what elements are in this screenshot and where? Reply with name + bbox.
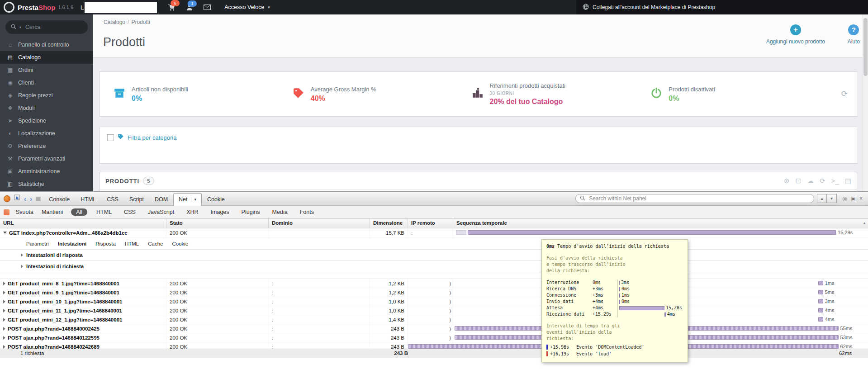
clear-button[interactable]: Svuota [16,209,33,215]
add-icon[interactable]: ⊕ [784,177,790,185]
twisty-icon[interactable] [3,345,5,349]
net-filter-media[interactable]: Media [269,208,291,216]
sidebar-item-price-rules[interactable]: ◈Regole prezzi [0,89,93,102]
forward-icon[interactable]: › [30,195,32,202]
inspect-icon[interactable] [14,194,20,203]
sidebar-search[interactable]: ▾ [5,20,88,34]
sidebar-item-catalog[interactable]: ▤Catalogo [0,51,93,64]
sidebar-item-stats[interactable]: ◧Statistiche [0,178,93,190]
twisty-icon[interactable] [3,232,7,234]
sidebar-item-administration[interactable]: ▣Amministrazione [0,165,93,178]
detail-section[interactable]: Intestazioni di richiesta [0,260,868,272]
twisty-icon[interactable] [3,282,5,285]
net-filter-plugins[interactable]: Plugins [238,208,263,216]
net-request-row[interactable]: GET product_mini_11_1.jpg?time=146884000… [0,306,868,315]
sidebar-search-input[interactable] [24,24,75,31]
help-button[interactable]: ? Aiuto [848,24,860,45]
sidebar-item-shipping[interactable]: ➤Spedizione [0,114,93,127]
net-filter-xhr[interactable]: XHR [183,208,201,216]
net-request-row[interactable]: GET product_mini_8_1.jpg?time=1468840001… [0,279,868,288]
grid-icon[interactable]: ▤ [845,177,851,185]
twisty-icon[interactable] [3,309,5,312]
firebug-tab-script[interactable]: Script [124,193,149,205]
cart-icon[interactable]: 6 [168,4,175,11]
scroll-up-icon[interactable]: ▲ [863,221,866,225]
marketplace-link[interactable]: Collegati all'account del Marketplace di… [576,0,868,14]
terminal-icon[interactable]: >_ [831,177,839,185]
sidebar-item-localization[interactable]: ◐Localizzazione [0,127,93,140]
detail-section[interactable]: Intestazioni di risposta [0,249,868,260]
column-header-ip-remoto[interactable]: IP remoto [408,219,453,228]
twisty-icon[interactable] [3,300,5,303]
net-request-row[interactable]: POST ajax.php?rand=1468840002425200 OK:2… [0,324,868,333]
kpi-disabled-products[interactable]: Prodotti disattivati 0% [650,86,830,103]
firebug-menu-icon[interactable] [4,195,10,202]
twisty-icon[interactable] [21,253,23,257]
kpi-purchased-references[interactable]: Riferimenti prodotti acquistati 30 GIORN… [472,82,651,106]
column-header-dimensione[interactable]: Dimensione [370,219,408,228]
refresh-icon[interactable]: ⟳ [820,177,825,185]
sidebar-item-orders[interactable]: ▦Ordini [0,64,93,76]
detail-tab-risposta[interactable]: Risposta [95,241,116,246]
prestashop-logo-icon[interactable] [4,2,14,13]
filter-category-checkbox[interactable] [107,134,114,141]
page-scrollbar[interactable] [863,14,868,191]
twisty-icon[interactable] [3,327,5,331]
panel-list-icon[interactable]: ▥ [36,195,41,202]
breadcrumb-parent[interactable]: Catalogo [104,19,125,25]
detail-tab-intestazioni[interactable]: Intestazioni [58,241,86,246]
twisty-icon[interactable] [3,318,5,322]
net-filter-javascript[interactable]: JavaScript [145,208,177,216]
detach-icon[interactable]: ▣ [851,195,856,202]
filter-category-label[interactable]: Filtra per categoria [128,134,176,141]
sidebar-item-advanced-parameters[interactable]: ⚒Parametri avanzati [0,152,93,165]
detail-tab-parametri[interactable]: Parametri [26,241,49,246]
persist-button[interactable]: Mantieni [42,209,63,215]
logo-shop[interactable]: Shop [38,4,56,11]
net-filter-html[interactable]: HTML [93,208,115,216]
column-header-sequenza-temporale[interactable]: Sequenza temporale [453,219,868,228]
chevron-down-icon[interactable]: ▾ [191,197,197,202]
net-filter-all[interactable]: All [71,208,87,216]
scrollbar-thumb[interactable] [863,18,868,76]
net-search[interactable] [575,194,814,203]
sidebar-item-customers[interactable]: ◉Clienti [0,76,93,89]
detail-tab-cache[interactable]: Cache [148,241,163,246]
net-filter-css[interactable]: CSS [121,208,139,216]
detail-tab-cookie[interactable]: Cookie [172,241,188,246]
firebug-tab-css[interactable]: CSS [101,193,124,205]
search-next-button[interactable]: ▼ [827,194,837,203]
back-icon[interactable]: ‹ [24,195,26,202]
net-search-input[interactable] [588,195,810,202]
net-request-row[interactable]: GET index.php?controller=Adm...486a2b4db… [0,228,868,237]
breadcrumb-current[interactable]: Prodotti [131,19,150,25]
net-filter-images[interactable]: Images [208,208,232,216]
cloud-upload-icon[interactable]: ☁ [807,177,814,185]
messages-icon[interactable] [204,5,211,10]
firebug-tab-console[interactable]: Console [43,193,75,205]
close-icon[interactable]: × [859,195,863,202]
twisty-icon[interactable] [3,291,5,294]
logo-presta[interactable]: Presta [18,4,38,11]
net-request-row[interactable]: POST ajax.php?rand=1468840122595200 OK:2… [0,333,868,342]
column-header-stato[interactable]: Stato [166,219,269,228]
net-request-row[interactable]: GET product_mini_9_1.jpg?time=1468840001… [0,288,868,297]
firebug-tab-html[interactable]: HTML [75,193,101,205]
search-prev-button[interactable]: ▲ [817,194,827,203]
export-icon[interactable]: ⊡ [796,177,802,185]
kpi-refresh-icon[interactable]: ⟳ [841,89,848,99]
sidebar-item-preferences[interactable]: ⚙Preferenze [0,140,93,152]
column-header-dominio[interactable]: Dominio [269,219,370,228]
column-header-url[interactable]: URL [0,219,166,228]
net-filter-fonts[interactable]: Fonts [297,208,317,216]
shop-name[interactable]: L [81,4,84,11]
kpi-out-of-stock[interactable]: Articoli non disponibili 0% [114,86,293,103]
twisty-icon[interactable] [21,265,23,268]
sidebar-item-modules[interactable]: ❖Moduli [0,102,93,114]
customers-icon[interactable]: 1 [186,4,193,11]
panel-options-icon[interactable] [4,209,9,215]
quick-access-dropdown[interactable]: Accesso Veloce ▼ [224,4,270,10]
firebug-tab-net[interactable]: Net▾ [173,193,202,206]
twisty-icon[interactable] [3,336,5,340]
firebug-tab-dom[interactable]: DOM [149,193,173,205]
